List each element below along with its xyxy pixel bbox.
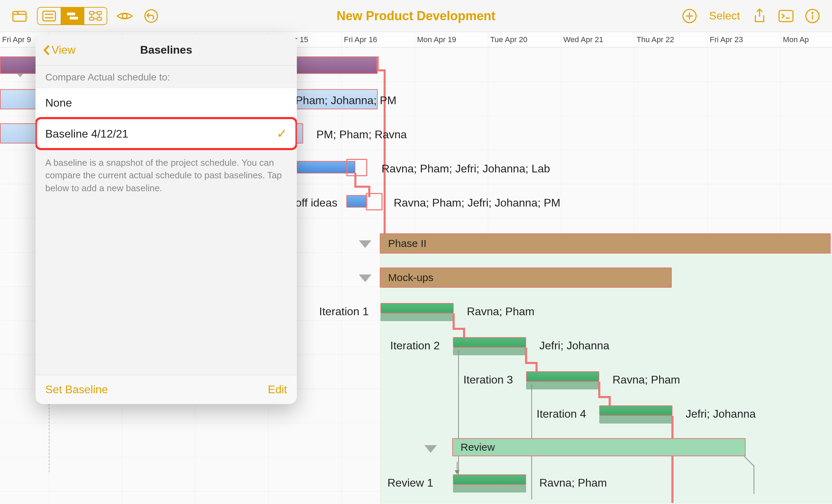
task-bar[interactable] [346,195,367,208]
task-label: Ravna; Pham [613,373,680,386]
baseline-option-selected[interactable]: Baseline 4/12/21 ✓ [36,118,297,149]
svg-rect-6 [90,11,94,14]
svg-point-17 [812,12,813,13]
svg-rect-7 [90,17,94,20]
baseline-bar [453,348,526,355]
group-bar[interactable]: Review [452,438,746,456]
svg-rect-9 [97,17,101,20]
date-col: Fri Apr 16 [341,32,415,47]
task-label: Ravna; Pham [539,476,607,489]
task-name: Iteration 4 [537,408,586,420]
documents-button[interactable] [10,7,29,25]
task-label: Ravna; Pham; Jefri; Johanna; PM [394,196,560,209]
task-name: Iteration 2 [390,339,440,352]
info-button[interactable] [803,7,822,25]
task-label: Ravna; Pham [467,305,534,318]
eye-view-button[interactable] [116,7,134,25]
svg-rect-4 [67,13,75,15]
view-mode-list[interactable] [38,8,61,24]
date-col: Mon Apr 19 [415,32,488,47]
svg-rect-0 [13,11,26,21]
baseline-option-none[interactable]: None [36,88,297,118]
baseline-bar [380,313,454,321]
share-button[interactable] [750,7,769,25]
add-button[interactable] [680,7,699,25]
set-baseline-button[interactable]: Set Baseline [45,383,108,396]
task-name: Iteration 3 [463,373,513,386]
date-col: Fri Apr 23 [707,32,780,47]
date-col: Mon Ap [780,32,832,47]
svg-rect-8 [97,11,101,14]
view-mode-segment[interactable] [37,7,107,25]
date-col: Tue Apr 20 [488,32,561,47]
checkmark-icon: ✓ [277,126,287,141]
date-col: Wed Apr 21 [561,32,634,47]
svg-point-10 [122,14,127,18]
task-bar[interactable] [453,337,526,348]
undo-button[interactable] [142,7,160,25]
svg-point-11 [145,10,157,22]
task-bar[interactable] [526,371,599,382]
back-button[interactable]: View [43,44,76,56]
edit-button[interactable]: Edit [268,383,287,396]
baselines-popover: View Baselines Compare Actual schedule t… [36,35,297,404]
toolbar: New Product Development Select [0,0,832,32]
svg-rect-5 [70,17,78,20]
baseline-bar [526,382,599,389]
section-label: Compare Actual schedule to: [36,65,297,88]
task-name: Review 1 [387,476,433,489]
task-label: PM; Pham; Ravna [316,128,407,141]
popover-footer: Set Baseline Edit [36,375,297,404]
group-bar[interactable]: Mock-ups [380,267,672,288]
popover-description: A baseline is a snapshot of the project … [36,149,297,201]
baseline-bar [599,416,672,424]
baseline-marker [366,193,383,210]
disclosure-icon[interactable] [424,445,437,453]
task-bar[interactable] [599,405,672,416]
view-mode-gantt[interactable] [61,8,84,24]
task-label: Pham; Johanna; PM [295,94,396,107]
phase-bar[interactable]: Phase II [380,233,831,254]
select-button[interactable]: Select [707,7,742,25]
svg-rect-1 [43,11,55,21]
task-label: Ravna; Pham; Jefri; Johanna; Lab [382,162,550,175]
view-mode-network[interactable] [84,8,107,24]
svg-rect-15 [779,10,793,22]
popover-header: View Baselines [36,35,297,65]
task-label: Jefri; Johanna [539,339,609,352]
disclosure-icon[interactable] [359,274,371,282]
task-label: Jefri; Johanna [686,408,756,420]
task-name: Iteration 1 [319,305,369,318]
date-col: Thu Apr 22 [634,32,707,47]
task-label: off ideas [295,196,337,209]
baseline-bar [453,485,526,493]
document-title: New Product Development [337,9,495,23]
console-button[interactable] [777,7,795,25]
task-bar[interactable] [453,474,526,485]
disclosure-icon[interactable] [359,240,371,248]
task-bar[interactable] [380,303,454,313]
